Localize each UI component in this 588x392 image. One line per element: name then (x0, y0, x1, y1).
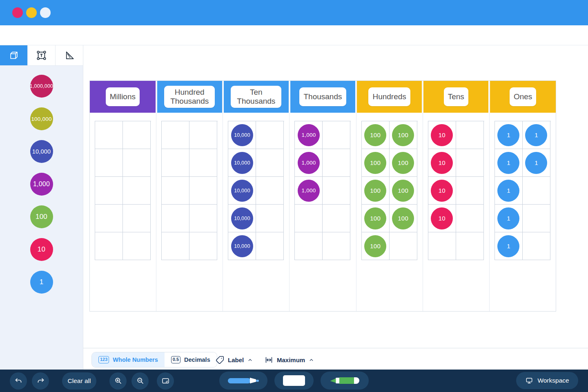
palette-disc-100[interactable]: 100 (30, 205, 53, 228)
label-dropdown[interactable]: Label (216, 352, 253, 368)
disc-1[interactable]: 1 (525, 152, 547, 174)
grid-cell[interactable]: 100 (362, 177, 390, 205)
grid-cell[interactable] (390, 232, 417, 260)
grid-cell[interactable]: 1 (495, 205, 523, 232)
zoom-in-button[interactable] (109, 372, 127, 390)
grid-cell[interactable]: 1 (495, 121, 523, 149)
decimals-segment[interactable]: 0.5 Decimals (165, 352, 217, 367)
grid-cell[interactable]: 10 (428, 205, 456, 232)
palette-disc-10000[interactable]: 10,000 (30, 140, 53, 163)
grid-cell[interactable] (95, 232, 123, 260)
disc-1000[interactable]: 1,000 (298, 152, 320, 174)
grid-cell[interactable] (523, 205, 550, 232)
grid-cell[interactable] (123, 121, 151, 149)
disc-1[interactable]: 1 (525, 124, 547, 146)
grid-cell[interactable] (256, 121, 284, 149)
disc-100[interactable]: 100 (392, 124, 414, 146)
disc-10000[interactable]: 10,000 (231, 124, 253, 146)
grid-cell[interactable] (162, 205, 189, 232)
grid-cell[interactable] (456, 232, 484, 260)
grid-cell[interactable]: 100 (390, 149, 417, 177)
grid-cell[interactable] (456, 205, 484, 232)
fit-screen-button[interactable] (157, 372, 174, 390)
grid-cell[interactable] (189, 121, 217, 149)
grid-cell[interactable]: 1 (523, 149, 550, 177)
grid-cell[interactable]: 10,000 (228, 205, 256, 232)
disc-10[interactable]: 10 (431, 124, 453, 146)
minimize-window-dot[interactable] (26, 7, 37, 18)
clear-all-button[interactable]: Clear all (62, 372, 96, 390)
grid-cell[interactable] (189, 149, 217, 177)
disc-10[interactable]: 10 (431, 152, 453, 174)
disc-1000[interactable]: 1,000 (298, 180, 320, 202)
disc-100[interactable]: 100 (364, 207, 386, 229)
grid-cell[interactable] (256, 177, 284, 205)
grid-cell[interactable] (123, 205, 151, 232)
grid-cell[interactable] (295, 232, 323, 260)
maximum-dropdown[interactable]: Maximum (265, 352, 314, 368)
grid-cell[interactable] (428, 232, 456, 260)
grid-cell[interactable] (189, 232, 217, 260)
disc-1[interactable]: 1 (497, 152, 519, 174)
grid-cell[interactable] (256, 205, 284, 232)
grid-cell[interactable] (95, 121, 123, 149)
redo-button[interactable] (32, 372, 49, 390)
disc-10000[interactable]: 10,000 (231, 207, 253, 229)
grid-cell[interactable]: 1 (495, 149, 523, 177)
grid-cell[interactable] (162, 121, 189, 149)
grid-cell[interactable] (323, 205, 350, 232)
grid-cell[interactable] (123, 149, 151, 177)
disc-100[interactable]: 100 (364, 124, 386, 146)
grid-cell[interactable]: 100 (362, 121, 390, 149)
disc-100[interactable]: 100 (392, 207, 414, 229)
grid-cell[interactable]: 10,000 (228, 232, 256, 260)
grid-cell[interactable]: 10 (428, 177, 456, 205)
grid-cell[interactable] (256, 232, 284, 260)
grid-cell[interactable] (189, 177, 217, 205)
disc-100[interactable]: 100 (364, 180, 386, 202)
disc-10000[interactable]: 10,000 (231, 235, 253, 257)
eraser-tool[interactable] (274, 372, 314, 390)
grid-cell[interactable] (523, 232, 550, 260)
grid-cell[interactable] (456, 149, 484, 177)
grid-cell[interactable]: 100 (390, 177, 417, 205)
tab-text-tool[interactable] (28, 45, 56, 65)
grid-cell[interactable] (123, 232, 151, 260)
tab-ruler-tool[interactable] (56, 45, 83, 65)
disc-100[interactable]: 100 (364, 235, 386, 257)
grid-cell[interactable]: 1,000 (295, 149, 323, 177)
grid-cell[interactable]: 10 (428, 121, 456, 149)
grid-cell[interactable] (323, 232, 350, 260)
grid-cell[interactable] (189, 205, 217, 232)
palette-disc-10[interactable]: 10 (30, 238, 53, 261)
disc-100[interactable]: 100 (392, 180, 414, 202)
grid-cell[interactable] (162, 177, 189, 205)
grid-cell[interactable] (95, 149, 123, 177)
grid-cell[interactable]: 100 (390, 205, 417, 232)
disc-10000[interactable]: 10,000 (231, 180, 253, 202)
grid-cell[interactable]: 10,000 (228, 149, 256, 177)
grid-cell[interactable] (95, 205, 123, 232)
grid-cell[interactable] (323, 121, 350, 149)
disc-100[interactable]: 100 (364, 152, 386, 174)
grid-cell[interactable]: 100 (362, 232, 390, 260)
grid-cell[interactable] (123, 177, 151, 205)
workspace-canvas[interactable]: MillionsHundred ThousandsTen Thousands10… (83, 45, 588, 370)
disc-10[interactable]: 10 (431, 207, 453, 229)
disc-10[interactable]: 10 (431, 180, 453, 202)
zoom-out-button[interactable] (131, 372, 149, 390)
grid-cell[interactable]: 1 (495, 177, 523, 205)
disc-1[interactable]: 1 (497, 235, 519, 257)
grid-cell[interactable]: 100 (390, 121, 417, 149)
disc-1[interactable]: 1 (497, 207, 519, 229)
undo-button[interactable] (10, 372, 27, 390)
palette-disc-100000[interactable]: 100,000 (30, 107, 53, 130)
green-marker-tool[interactable] (321, 372, 369, 390)
blue-pen-tool[interactable] (219, 372, 267, 390)
zoom-window-dot[interactable] (40, 7, 51, 18)
grid-cell[interactable] (456, 121, 484, 149)
close-window-dot[interactable] (12, 7, 23, 18)
disc-1[interactable]: 1 (497, 180, 519, 202)
grid-cell[interactable]: 10,000 (228, 177, 256, 205)
tab-manipulatives[interactable] (0, 45, 28, 65)
